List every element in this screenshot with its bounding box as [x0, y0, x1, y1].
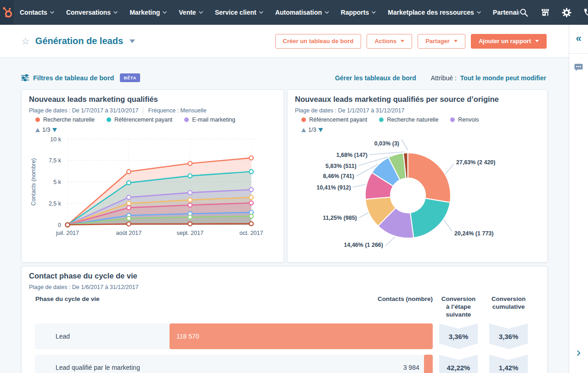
assigned-permission-link[interactable]: Tout le monde peut modifier [460, 74, 546, 82]
legend-dot-icon [184, 117, 189, 122]
data-point-marker[interactable] [188, 215, 192, 219]
legend-item[interactable]: Recherche naturelle [35, 117, 95, 123]
dashboard-filters-row: Filtres de tableau de bord BÊTA Gérer le… [21, 73, 546, 82]
funnel-stage-label: Lead [56, 323, 70, 349]
nav-item-vente[interactable]: Vente [173, 0, 209, 25]
marketplace-icon[interactable] [540, 7, 550, 17]
data-point-marker[interactable] [127, 170, 131, 174]
hubspot-logo-icon[interactable] [0, 0, 14, 25]
favorite-star-icon[interactable]: ☆ [21, 36, 30, 46]
funnel-stage-label: Lead qualifié par le marketing [56, 355, 140, 373]
caret-down-icon [401, 40, 404, 42]
nav-item-rapports[interactable]: Rapports [335, 0, 382, 25]
donut-slice-label: 5,83% (511) [326, 162, 356, 170]
main-menu: ContactsConversationsMarketingVenteServi… [14, 0, 519, 25]
svg-text:10 k: 10 k [50, 136, 61, 143]
data-point-marker[interactable] [188, 203, 192, 207]
legend-dot-icon [107, 117, 111, 122]
chevron-down-icon [50, 11, 54, 14]
chevron-down-icon [477, 11, 481, 14]
nav-item-marketing[interactable]: Marketing [124, 0, 173, 25]
svg-text:Contacts (nombre): Contacts (nombre) [30, 158, 37, 206]
data-point-marker[interactable] [66, 223, 70, 227]
actions-button[interactable]: Actions [367, 34, 412, 49]
nav-item-automatisation[interactable]: Automatisation [269, 0, 335, 25]
data-point-marker[interactable] [127, 217, 131, 221]
data-point-marker[interactable] [249, 214, 254, 218]
nav-item-label: Partenaires [493, 9, 519, 16]
collapse-panel-icon[interactable]: « [569, 25, 588, 54]
caret-down-icon [454, 40, 458, 42]
data-point-marker[interactable] [249, 195, 254, 200]
data-point-marker[interactable] [127, 195, 131, 200]
nav-item-service-client[interactable]: Service client [209, 0, 269, 25]
line-chart: 02,5 k5 k7,5 k10 kContacts (nombre)juil.… [28, 131, 276, 241]
expand-panel-icon[interactable]: › [569, 346, 588, 359]
calls-icon[interactable] [583, 7, 588, 18]
data-point-marker[interactable] [249, 156, 254, 160]
header-actions: Créer un tableau de bord Actions Partage… [275, 34, 547, 49]
chevron-down-icon [372, 11, 376, 14]
column-header-stage: Phase du cycle de vie [35, 295, 100, 303]
data-point-marker[interactable] [127, 201, 131, 206]
manage-dashboards-link[interactable]: Gérer les tableaux de bord [335, 74, 416, 82]
data-point-marker[interactable] [249, 222, 254, 226]
create-dashboard-button[interactable]: Créer un tableau de bord [275, 34, 362, 49]
chevron-down-icon [199, 11, 203, 14]
data-point-marker[interactable] [127, 206, 131, 210]
report-card-leads-by-source-donut: Nouveaux leads marketing qualifiés per s… [287, 89, 548, 262]
column-header-next-step: Conversionà l’étapesuivante [439, 295, 478, 318]
data-point-marker[interactable] [249, 188, 254, 192]
share-button[interactable]: Partager [418, 34, 465, 49]
search-icon[interactable] [519, 8, 529, 17]
svg-text:oct. 2017: oct. 2017 [239, 230, 263, 236]
funnel-bar [424, 355, 433, 373]
chevron-down-icon [259, 11, 263, 14]
data-point-marker[interactable] [188, 222, 192, 226]
data-point-marker[interactable] [188, 161, 192, 166]
chart-legend: Recherche naturelleRéférencement payantE… [35, 117, 235, 123]
nav-item-marketplace-des-ressources[interactable]: Marketplace des ressources [382, 0, 487, 25]
divider [143, 108, 143, 114]
legend-dot-icon [35, 117, 40, 122]
data-point-marker[interactable] [249, 170, 254, 174]
dashboard-filters-toggle[interactable]: Filtres de tableau de bord BÊTA [21, 73, 140, 82]
svg-text:sept. 2017: sept. 2017 [176, 230, 203, 236]
nav-item-label: Conversations [66, 9, 111, 16]
date-range-label: Plage de dates : De 1/6/2017 à 31/12/201… [29, 284, 138, 290]
data-point-marker[interactable] [127, 181, 131, 185]
chevron-down-icon [325, 11, 329, 14]
donut-slice-label: 27,63% (2 420) [456, 159, 495, 166]
data-point-marker[interactable] [127, 222, 131, 226]
donut-slice-label: 0,03% (3) [374, 140, 399, 147]
comments-icon[interactable] [569, 63, 588, 72]
nav-item-label: Marketing [130, 9, 160, 16]
actions-label: Actions [374, 38, 396, 45]
settings-icon[interactable] [562, 8, 571, 17]
share-label: Partager [425, 38, 450, 45]
donut-slice[interactable] [410, 198, 450, 238]
donut-slice[interactable] [408, 153, 451, 202]
filter-sliders-icon [21, 74, 29, 81]
legend-item[interactable]: Référencement payant [107, 117, 172, 123]
nav-item-contacts[interactable]: Contacts [14, 0, 60, 25]
svg-text:5 k: 5 k [53, 179, 61, 185]
legend-item[interactable]: E-mail marketing [184, 117, 235, 123]
svg-text:juil. 2017: juil. 2017 [56, 230, 79, 236]
legend-label: E-mail marketing [192, 117, 235, 123]
data-point-marker[interactable] [188, 174, 192, 178]
svg-text:2,5 k: 2,5 k [49, 200, 62, 207]
add-report-button[interactable]: Ajouter un rapport [471, 34, 547, 49]
donut-slice-label: 11,25% (985) [323, 214, 357, 222]
dashboard-switcher-caret-icon[interactable] [130, 39, 135, 43]
data-point-marker[interactable] [188, 198, 192, 202]
svg-text:août 2017: août 2017 [116, 230, 142, 236]
nav-item-label: Marketplace des ressources [388, 9, 474, 16]
donut-slice-label: 8,46% (741) [323, 173, 354, 180]
nav-item-partenaires[interactable]: Partenaires [487, 0, 519, 25]
data-point-marker[interactable] [188, 190, 192, 195]
data-point-marker[interactable] [249, 201, 254, 205]
caret-down-icon [535, 40, 539, 42]
funnel-count: 118 570 [176, 323, 199, 349]
nav-item-conversations[interactable]: Conversations [60, 0, 124, 25]
